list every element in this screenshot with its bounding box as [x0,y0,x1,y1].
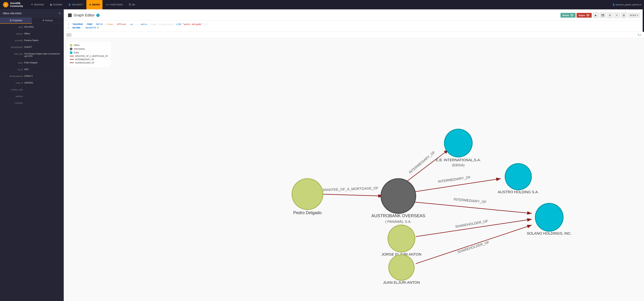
legend-shareholder-label: SHAREHOLDER_OF [75,62,94,64]
keyboard-shortcut-icon[interactable]: ⌨ [66,33,72,37]
eye-icon: 👁 [31,3,33,6]
prop-key-node-id: node_id [3,82,23,84]
prop-val-valid-until: The Panama Papers data is current throug… [24,53,61,57]
prop-key-valid-until: valid_until [3,53,23,55]
prop-key-class: @class [3,32,23,35]
graph-canvas: ⌨ 🔧▾ GRANTEE_OF_A_MORTGAGE_OF INTERMEDIA… [64,32,644,301]
legend-entity-circle [70,51,72,54]
node-austrobank[interactable] [381,179,416,213]
gear-icon: ⚙ [609,14,611,16]
prop-row-rid: @rid #56:43053 [0,24,64,30]
query-text-2: RETURN o) MAXDEPTH 6 [72,26,99,30]
prop-key-neo4jlabellist: Neo4jLabelList [3,75,23,77]
edge-shareholder-juan [416,225,532,264]
node-solano[interactable] [535,203,563,231]
edges-badge: Edges 6 [576,13,592,17]
prop-row-sourceid: sourceID Panama Papers [0,37,64,44]
legend-intermediary-edge: INTERMEDIARY_OF [70,58,108,61]
user-icon: 👤 [68,3,71,6]
svg-text:O: O [5,4,6,6]
node-jorge[interactable] [388,225,415,252]
node-ebisa[interactable] [444,129,472,157]
prop-key-country-code: country_code [3,88,23,91]
tab-settings[interactable]: ⚙ Settings [32,17,64,24]
main-layout: Officer-#56:43053 ✕ ☰ Properties ⚙ Setti… [0,9,644,301]
app-edition: Community [10,5,23,7]
more-label: MORE [630,14,636,16]
prop-row-name: name Pedro Delgado [0,59,64,66]
legend-intermediary: Intermediary [70,48,108,50]
graph-editor-header: ⬛ Graph Editor ? Nodes 7 Edges 6 ▶ 💾 [64,9,644,21]
query-area: 1 TRAVERSE * FROM ( MATCH { class : Offi… [64,21,644,32]
nav-functions[interactable]: </> FUNCTIONS [103,0,126,9]
user-label: panama_papers (admin) [616,3,640,6]
nav-security[interactable]: 👤 SECURITY [66,0,86,9]
user-menu[interactable]: 👤 panama_papers (admin) ▾ [612,3,641,6]
tab-settings-label: Settings [45,19,53,22]
edges-label: Edges [578,14,585,16]
save-button[interactable]: 💾 [600,12,606,18]
more-button[interactable]: MORE ▾ [628,13,640,18]
prop-row-countries: countries [0,100,64,106]
prop-key-neo4jnodeid: Neo4jNodeID [3,46,23,48]
legend-grantee-edge: GRANTEE_OF_A_MORTGAGE_OF [70,55,108,57]
prop-row-neo4jlabellist: Neo4jLabelList ["Officer"] [0,73,64,80]
legend-intermediary-circle [70,48,72,50]
graph-toolbar-row: ⌨ 🔧▾ [64,32,644,38]
nav-browse[interactable]: 👁 BROWSE [28,0,46,9]
prop-key-rid: @rid [3,26,23,28]
prop-row-class: @class Officer [0,30,64,37]
prop-row-country-code: country_code [0,86,64,93]
prop-key-name: name [3,61,23,64]
nodes-count: 7 [570,14,574,16]
settings-button[interactable]: ⚙ [607,12,613,18]
node-pedro-delgado[interactable] [292,179,323,210]
nav-items: 👁 BROWSE ▦ SCHEMA 👤 SECURITY ⊙ GRAPH </>… [28,0,612,9]
tab-properties-label: Properties [12,19,22,22]
prop-val-rid: #56:43053 [24,26,34,28]
legend-officer-circle [70,44,72,47]
sidebar: Officer-#56:43053 ✕ ☰ Properties ⚙ Setti… [0,9,64,301]
user-nav-icon: 👤 [612,3,615,6]
help-icon[interactable]: ? [96,13,100,17]
sidebar-tabs: ☰ Properties ⚙ Settings [0,17,64,24]
node-juan-label: JUAN ELJURI ANTON [383,280,420,285]
play-button[interactable]: ▶ [593,12,599,18]
prop-row-neo4jnodeid: Neo4jNodeID 1016377 [0,44,64,51]
close-button[interactable]: ✕ [614,12,620,18]
prop-key-sourceid: sourceID [3,39,23,42]
nav-security-label: SECURITY [72,3,83,6]
nav-db[interactable]: 🗄 DB [126,0,138,9]
nav-graph[interactable]: ⊙ GRAPH [86,0,102,9]
save-icon: 💾 [602,14,604,16]
logo-text: OrientDB Community [10,2,23,7]
legend-intermediary-label: Intermediary [74,48,85,50]
edge-label-intermediary-solano: INTERMEDIARY_OF [454,197,487,204]
close-sidebar-button[interactable]: ✕ [59,12,61,15]
nav-db-label: DB [132,3,135,6]
node-austro-label: AUSTRO HOLDING S.A. [498,190,539,194]
node-ebisa-label: E.B. INTERNATIONAL,S.A. [436,158,481,162]
node-austrobank-label: AUSTROBANK OVERSEAS [372,213,425,218]
legend-shareholder-line [70,62,74,63]
top-navigation: O OrientDB Community 👁 BROWSE ▦ SCHEMA 👤… [0,0,644,9]
graph-editor-title: ⬛ Graph Editor ? [68,13,100,17]
prop-key-countries: countries [3,102,23,104]
line-num-1: 1 [68,23,70,26]
tab-properties[interactable]: ☰ Properties [0,17,32,24]
edge-label-shareholder-jorge: SHAREHOLDER_OF [455,219,488,229]
prop-row-node-id: node_id 15003301 [0,80,64,86]
play-icon: ▶ [595,14,597,16]
header-controls: Nodes 7 Edges 6 ▶ 💾 ⚙ ✕ [560,12,640,18]
graph-editor-title-text: Graph Editor [74,13,94,17]
code-icon: </> [106,3,109,6]
canvas-settings-icon[interactable]: 🔧▾ [638,34,641,36]
nav-schema[interactable]: ▦ SCHEMA [47,0,65,9]
delete-button[interactable]: 🗑 [621,12,627,18]
prop-val-sourceid: Panama Papers [24,39,38,41]
node-austro[interactable] [505,163,532,190]
nodes-label: Nodes [562,14,569,16]
node-juan[interactable] [389,255,414,280]
graph-title-icon: ⬛ [68,13,72,17]
node-pedro-label: Pedro Delgado [293,210,322,215]
